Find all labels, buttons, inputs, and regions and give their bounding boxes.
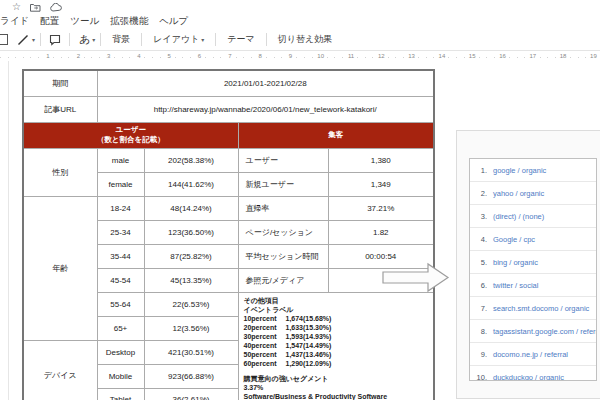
segment-value: 3.37% [244, 383, 432, 392]
category-cell: 18-24 [97, 196, 144, 220]
referral-rank: 1. [470, 166, 487, 175]
users-header-line2: （数と割合を記載） [24, 135, 238, 145]
slides-editor-window: ☆ ライド配置ツール拡張機能ヘルプ ▾ あ ▾ 背景レイアウト▾テーマ切り替え効… [0, 0, 600, 400]
referral-rank: 2. [470, 189, 487, 198]
menu-item-3[interactable]: 拡張機能 [110, 15, 148, 28]
period-label: 期間 [23, 70, 97, 96]
value-cell: 48(14.24%) [144, 196, 238, 220]
toolbar-button-label: 背景 [112, 33, 130, 46]
ruler-number: 5 [167, 53, 172, 59]
value-cell: 12(3.56%) [144, 316, 238, 340]
category-cell: 45-54 [97, 268, 144, 292]
category-cell: Tablet [97, 388, 144, 400]
ruler-number: 18 [559, 53, 568, 59]
referral-list-item: 2.yahoo / organic [470, 182, 596, 205]
event-row: 60percent1,290(12.09%) [244, 359, 432, 368]
metric-value: 1,380 [328, 148, 434, 172]
referral-source-list: 1.google / organic2.yahoo / organic3.(di… [469, 158, 597, 381]
event-label-title: イベントラベル [244, 305, 432, 314]
event-row-value: 1,437(13.46%) [286, 350, 332, 359]
toolbar-divider [215, 33, 216, 46]
category-cell: male [97, 148, 144, 172]
value-cell: 123(36.50%) [144, 220, 238, 244]
referral-rank: 6. [470, 281, 487, 290]
referral-list-item: 6.twitter / social [470, 274, 596, 297]
referral-list-item: 7.search.smt.docomo / organic [470, 297, 596, 320]
event-row-label: 40percent [244, 341, 286, 350]
text-format-dropdown-icon[interactable]: ▾ [92, 37, 95, 43]
article-url-value: http://shareway.jp/wannabe/2020/06/01/ne… [97, 96, 434, 122]
referral-list-item: 8.tagassistant.google.com / referral [470, 320, 596, 343]
menu-item-2[interactable]: ツール [70, 15, 99, 28]
toolbar-divider [141, 33, 142, 46]
value-cell: 45(13.35%) [144, 268, 238, 292]
metric-label: 直帰率 [238, 196, 328, 220]
referral-list-item: 1.google / organic [470, 159, 596, 182]
metric-label: ユーザー [238, 148, 328, 172]
article-url-label: 記事URL [23, 96, 97, 122]
comment-icon[interactable] [49, 34, 61, 46]
menu-bar: ライド配置ツール拡張機能ヘルプ [0, 13, 188, 29]
users-header: ユーザー（数と割合を記載） [23, 122, 238, 148]
ruler-number: 1 [45, 53, 50, 59]
other-items-cell: その他項目イベントラベル10percent1,674(15.68%)20perc… [238, 292, 434, 400]
metric-label: 参照元/メディア [238, 268, 328, 292]
menu-item-4[interactable]: ヘルプ [159, 15, 188, 28]
referral-rank: 7. [470, 304, 487, 313]
group-label: デバイス [23, 340, 97, 400]
toolbar-button-3[interactable]: 切り替え効果 [272, 31, 338, 48]
segment-title: 購買意向の強いセグメント [244, 374, 432, 383]
line-tool-dropdown-icon[interactable]: ▾ [32, 37, 35, 43]
ruler-number: 19 [589, 53, 598, 59]
menu-item-1[interactable]: 配置 [40, 15, 59, 28]
metric-value: 1,349 [328, 172, 434, 196]
event-row-value: 1,290(12.09%) [286, 359, 332, 368]
event-row-label: 50percent [244, 350, 286, 359]
referral-list-item: 3.(direct) / (none) [470, 205, 596, 228]
shape-icon[interactable] [0, 34, 8, 45]
category-cell: Desktop [97, 340, 144, 364]
event-row: 10percent1,674(15.68%) [244, 314, 432, 323]
event-row: 50percent1,437(13.46%) [244, 350, 432, 359]
ruler-number: 8 [257, 53, 262, 59]
category-cell: 55-64 [97, 292, 144, 316]
toolbar-button-label: レイアウト [153, 33, 199, 46]
category-cell: Mobile [97, 364, 144, 388]
period-value: 2021/01/01-2021/02/28 [97, 70, 434, 96]
value-cell: 421(30.51%) [144, 340, 238, 364]
toolbar-button-1[interactable]: レイアウト▾ [147, 31, 210, 48]
toolbar-button-label: 切り替え効果 [278, 33, 332, 46]
ruler-number: 10 [316, 53, 325, 59]
toolbar-button-0[interactable]: 背景 [106, 31, 136, 48]
category-cell: female [97, 172, 144, 196]
toolbar-divider [100, 33, 101, 46]
referral-rank: 8. [470, 327, 487, 336]
referral-source: docomo.ne.jp / referral [493, 350, 568, 359]
text-format-icon[interactable]: あ [79, 32, 90, 47]
value-cell: 144(41.62%) [144, 172, 238, 196]
event-row-label: 20percent [244, 323, 286, 332]
value-cell: 923(66.88%) [144, 364, 238, 388]
event-row-value: 1,633(15.30%) [286, 323, 332, 332]
referral-source: duckduckgo / organic [493, 373, 564, 382]
metric-value: 37.21% [328, 196, 434, 220]
line-tool-icon[interactable] [17, 34, 29, 46]
referral-list-item: 4.Google / cpc [470, 228, 596, 251]
menu-item-0[interactable]: ライド [0, 15, 29, 28]
toolbar-divider [266, 33, 267, 46]
toolbar-divider [40, 33, 41, 46]
toolbar-button-2[interactable]: テーマ [221, 31, 260, 48]
chevron-down-icon: ▾ [201, 37, 204, 43]
move-folder-icon[interactable] [30, 3, 41, 12]
event-row-label: 30percent [244, 332, 286, 341]
event-row-label: 10percent [244, 314, 286, 323]
event-row-label: 60percent [244, 359, 286, 368]
cloud-status-icon[interactable] [50, 3, 62, 12]
referral-source: tagassistant.google.com / referral [493, 327, 597, 336]
analytics-summary-table[interactable]: 期間2021/01/01-2021/02/28記事URLhttp://share… [22, 69, 435, 400]
toolbar-divider [69, 33, 70, 46]
event-row: 20percent1,633(15.30%) [244, 323, 432, 332]
star-icon[interactable]: ☆ [12, 2, 21, 12]
ruler-number: 9 [288, 53, 293, 59]
right-block-arrow[interactable] [382, 261, 450, 294]
